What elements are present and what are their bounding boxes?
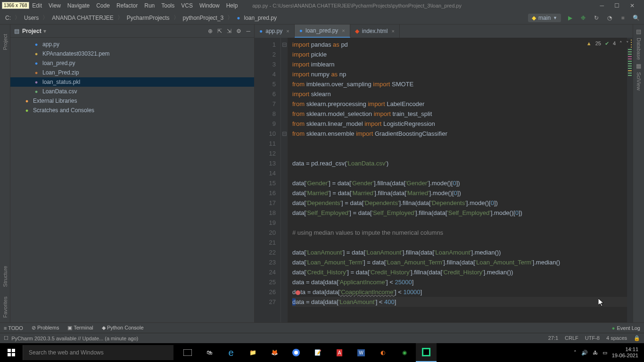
line-ending[interactable]: CRLF (565, 335, 578, 341)
firefox-icon[interactable]: 🦊 (264, 343, 285, 362)
error-stripe[interactable] (627, 38, 633, 322)
crumb-3[interactable]: PycharmProjects (125, 15, 171, 21)
crumb-2[interactable]: ANANDA CHATTERJEE (50, 15, 115, 21)
tree-item[interactable]: ●Loan_Pred.zip (10, 68, 254, 77)
tray-chevron-icon[interactable]: ˄ (574, 350, 577, 356)
svg-marker-11 (598, 298, 603, 306)
status-message[interactable]: PyCharm 2020.3.5 available // Update... … (11, 336, 138, 341)
file-icon: ● (24, 98, 30, 104)
tray-volume-icon[interactable]: 🔊 (581, 350, 588, 356)
menu-run[interactable]: Run (141, 2, 158, 9)
fold-gutter[interactable]: ⊟ ⊟ (281, 38, 288, 322)
menu-navigate[interactable]: Navigate (64, 2, 93, 9)
start-button[interactable] (0, 349, 23, 356)
close-icon[interactable]: ✕ (630, 2, 635, 9)
tree-item[interactable]: ●loan_status.pkl (10, 77, 254, 87)
run-configuration[interactable]: ◆ main ▼ (528, 14, 561, 22)
coverage-icon[interactable]: ↻ (592, 14, 601, 22)
chevron-up-icon[interactable]: ˄ (619, 41, 622, 47)
file-icon: ● (33, 50, 40, 57)
tree-label: LoanData.csv (42, 88, 77, 95)
tool-todo[interactable]: ≡ TODO (4, 325, 23, 331)
maximize-icon[interactable]: ☐ (614, 2, 619, 9)
db-icon[interactable]: ▤ (636, 28, 641, 35)
tree-item[interactable]: ●External Libraries (10, 96, 254, 106)
collapse-all-icon[interactable]: ⇲ (227, 28, 231, 34)
close-tab-icon[interactable]: × (392, 28, 395, 34)
tool-database[interactable]: Database (636, 38, 642, 60)
tree-item[interactable]: ●LoanData.csv (10, 87, 254, 96)
search-everywhere-icon[interactable]: 🔍 (632, 14, 640, 22)
menu-refactor[interactable]: Refactor (113, 2, 141, 9)
chevron-down-icon[interactable]: ˅ (626, 41, 629, 47)
taskview-icon[interactable] (177, 343, 198, 362)
menu-help[interactable]: Help (223, 2, 241, 9)
locate-icon[interactable]: ⊕ (208, 28, 213, 34)
stop-icon[interactable]: ■ (619, 14, 627, 22)
notepad-icon[interactable]: 📝 (307, 343, 328, 362)
chrome-icon[interactable] (286, 343, 306, 362)
pycharm-icon[interactable] (416, 343, 437, 362)
inspections-widget[interactable]: ▲25 ✔4 ˄ ˅ (585, 40, 631, 48)
close-tab-icon[interactable]: × (342, 28, 345, 33)
acrobat-icon[interactable]: A (329, 343, 350, 362)
encoding[interactable]: UTF-8 (585, 335, 600, 341)
crumb-5[interactable]: loan_pred.py (243, 15, 278, 21)
minimize-icon[interactable]: ─ (600, 2, 604, 9)
tool-python-console[interactable]: ◆ Python Console (102, 325, 144, 331)
expand-all-icon[interactable]: ⇱ (217, 28, 222, 34)
anaconda-icon[interactable]: ◉ (394, 343, 415, 362)
tree-item[interactable]: ●loan_pred.py (10, 58, 254, 68)
tree-label: Loan_Pred.zip (42, 69, 79, 76)
project-label[interactable]: Project (22, 28, 41, 34)
indent[interactable]: 4 spaces (606, 335, 627, 341)
store-icon[interactable]: 🛍 (199, 343, 220, 362)
tool-terminal[interactable]: ▣ Terminal (67, 325, 93, 331)
editor-tab[interactable]: ◆index.html× (350, 25, 400, 38)
right-tool-strip: ▤ Database ▦ SciView (633, 25, 644, 322)
jupyter-icon[interactable]: ◐ (372, 343, 393, 362)
search-placeholder: Search the web and Windows (29, 349, 104, 356)
tool-favorites[interactable]: Favorites (2, 296, 8, 318)
notification-icon[interactable]: ☐ (4, 335, 8, 341)
tool-problems[interactable]: ⊘ Problems (32, 325, 59, 331)
code-editor[interactable]: 1234567891011121314151617181920212223242… (255, 38, 633, 322)
tray-action-icon[interactable]: ▭ (603, 350, 607, 356)
taskbar-clock[interactable]: 14:11 19-06-2021 (612, 346, 638, 359)
menu-vcs[interactable]: VCS (178, 2, 196, 9)
crumb-1[interactable]: Users (23, 15, 40, 21)
editor-tab[interactable]: ●app.py× (255, 25, 295, 38)
cursor-position[interactable]: 27:1 (548, 335, 558, 341)
chevron-down-icon[interactable]: ▾ (43, 28, 46, 34)
tool-structure[interactable]: Structure (2, 266, 8, 287)
taskbar-search[interactable]: Search the web and Windows (23, 345, 173, 360)
tray-network-icon[interactable]: 🖧 (593, 350, 598, 355)
menu-tools[interactable]: Tools (158, 2, 178, 9)
code-area[interactable]: import pandas as pdimport pickleimport i… (288, 38, 627, 322)
gear-icon[interactable]: ⚙ (236, 28, 241, 34)
word-icon[interactable]: W (351, 343, 372, 362)
tree-item[interactable]: ●app.py (10, 40, 254, 49)
tool-sciview[interactable]: SciView (636, 72, 642, 90)
event-log[interactable]: Event Log (617, 325, 640, 331)
sci-icon[interactable]: ▦ (636, 63, 641, 69)
tree-item[interactable]: ●KPAnandatest030321.pem (10, 49, 254, 58)
menu-window[interactable]: Window (196, 2, 223, 9)
edge-icon[interactable]: e (221, 343, 241, 362)
explorer-icon[interactable]: 📁 (242, 343, 263, 362)
run-button-icon[interactable]: ▶ (566, 14, 574, 22)
breadcrumb: C:〉 Users〉 ANANDA CHATTERJEE〉 PycharmPro… (4, 14, 278, 22)
lock-icon[interactable]: 🔒 (634, 335, 640, 341)
debug-button-icon[interactable]: ❉ (579, 14, 587, 22)
tool-project[interactable]: Project (2, 34, 8, 50)
close-tab-icon[interactable]: × (286, 28, 289, 34)
profile-icon[interactable]: ◔ (605, 14, 614, 22)
hide-icon[interactable]: ─ (246, 28, 250, 34)
editor-tab[interactable]: ●loan_pred.py× (295, 25, 350, 38)
menu-code[interactable]: Code (93, 2, 113, 9)
menu-edit[interactable]: Edit (29, 2, 45, 9)
crumb-4[interactable]: pythonProject_3 (182, 15, 225, 21)
menu-view[interactable]: View (45, 2, 64, 9)
crumb-0[interactable]: C: (4, 15, 12, 21)
tree-item[interactable]: ●Scratches and Consoles (10, 106, 254, 115)
